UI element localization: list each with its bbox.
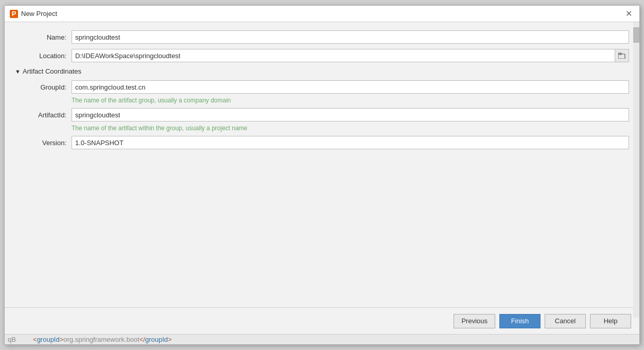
artifactid-hint: The name of the artifact within the grou… <box>72 125 629 132</box>
location-input-group <box>72 49 629 62</box>
scrollbar[interactable] <box>633 22 639 318</box>
browse-button[interactable] <box>615 49 629 62</box>
help-button[interactable]: Help <box>590 314 631 328</box>
app-icon: P <box>10 10 18 18</box>
name-row: Name: <box>15 30 629 44</box>
dialog-content: Name: Location: ▼ Artifact Coordinates <box>5 22 639 307</box>
footer: Previous Finish Cancel Help <box>5 307 639 334</box>
groupid-hint: The name of the artifact group, usually … <box>72 97 629 104</box>
artifactid-label: ArtifactId: <box>15 111 72 119</box>
section-toggle[interactable]: ▼ <box>15 68 21 75</box>
artifactid-row: ArtifactId: <box>15 108 629 121</box>
artifactid-input[interactable] <box>72 108 629 121</box>
name-input[interactable] <box>72 30 629 44</box>
scrollbar-thumb[interactable] <box>633 27 639 43</box>
groupid-row: GroupId: <box>15 80 629 94</box>
version-row: Version: <box>15 136 629 149</box>
bottom-bar: qB <groupId>org.springframework.boot</gr… <box>5 334 639 344</box>
title-bar-left: P New Project <box>10 10 57 18</box>
dialog-title: New Project <box>21 10 57 18</box>
groupid-input[interactable] <box>72 80 629 94</box>
new-project-dialog: P New Project ✕ Name: Location: <box>4 5 640 345</box>
name-label: Name: <box>15 33 72 41</box>
location-row: Location: <box>15 49 629 62</box>
close-button[interactable]: ✕ <box>623 9 634 19</box>
version-label: Version: <box>15 139 72 147</box>
location-label: Location: <box>15 52 72 60</box>
bottom-bar-xml-open: < <box>33 336 37 343</box>
title-bar: P New Project ✕ <box>5 6 639 22</box>
bottom-bar-text: qB <groupId>org.springframework.boot</gr… <box>8 336 172 343</box>
artifact-section-header: ▼ Artifact Coordinates <box>15 67 629 75</box>
finish-button[interactable]: Finish <box>499 314 541 328</box>
bottom-bar-tag-name: groupId <box>37 336 60 343</box>
previous-button[interactable]: Previous <box>454 314 495 328</box>
section-title: Artifact Coordinates <box>23 67 81 75</box>
location-input[interactable] <box>72 49 615 62</box>
cancel-button[interactable]: Cancel <box>545 314 586 328</box>
groupid-label: GroupId: <box>15 83 72 91</box>
version-input[interactable] <box>72 136 629 149</box>
